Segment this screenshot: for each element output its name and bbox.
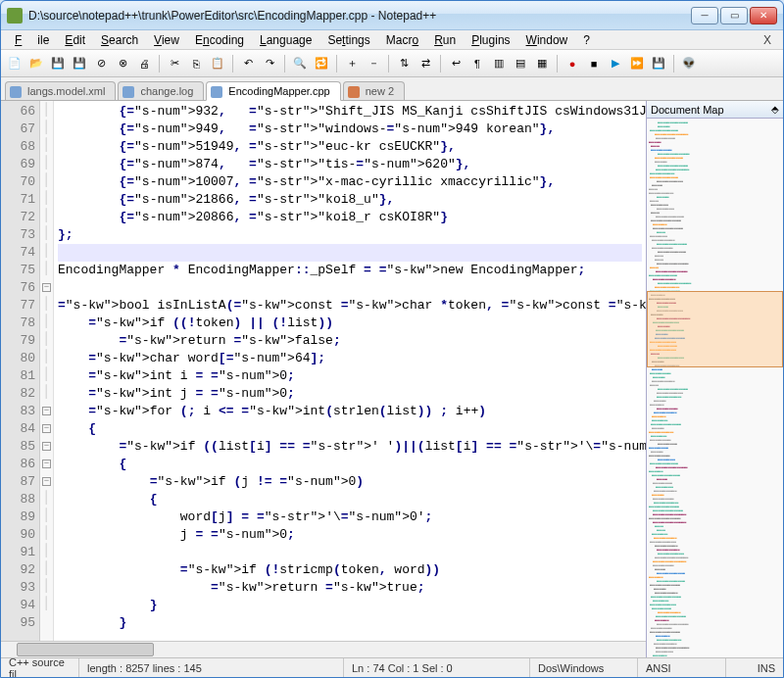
status-encoding: ANSI	[638, 658, 726, 677]
menu-plugins[interactable]: Plugins	[464, 32, 517, 48]
tab-bar: langs.model.xml change.log EncodingMappe…	[1, 77, 783, 101]
close-icon[interactable]: ⊘	[91, 54, 111, 73]
copy-icon[interactable]: ⎘	[186, 54, 206, 73]
zoom-in-icon[interactable]: ＋	[342, 54, 362, 73]
save-all-icon[interactable]: 💾	[70, 54, 89, 73]
menu-search[interactable]: Search	[93, 32, 146, 48]
toolbar: 📄 📂 💾 💾 ⊘ ⊗ 🖨 ✂ ⎘ 📋 ↶ ↷ 🔍 🔁 ＋ － ⇅ ⇄ ↩ ¶ …	[1, 50, 783, 77]
menu-run[interactable]: Run	[426, 32, 464, 48]
tab-changelog[interactable]: change.log	[118, 81, 204, 100]
sync-h-icon[interactable]: ⇄	[416, 54, 435, 73]
alien-icon[interactable]: 👽	[679, 54, 699, 73]
save-icon[interactable]: 💾	[48, 54, 68, 73]
window-title: D:\source\notepad++\trunk\PowerEditor\sr…	[28, 9, 691, 23]
indent-guide-icon[interactable]: ▥	[489, 54, 509, 73]
menu-settings[interactable]: Settings	[319, 32, 377, 48]
undo-icon[interactable]: ↶	[238, 54, 258, 73]
document-map-body[interactable]: ▬▬▬▬▬▬▬▬▬▬▬▬▬▬▬▬▬▬▬▬▬▬▬▬▬▬▬▬▬▬▬▬▬▬▬▬▬▬▬▬…	[647, 119, 783, 657]
separator	[440, 55, 441, 73]
close-button[interactable]: ✕	[750, 7, 777, 24]
separator	[159, 55, 160, 73]
code-area[interactable]: {="s-num">932, ="s-str">"Shift_JIS MS_Ka…	[54, 101, 646, 641]
play-icon[interactable]: ▶	[606, 54, 625, 73]
docmap-icon[interactable]: ▦	[532, 54, 552, 73]
separator	[388, 55, 389, 73]
replace-icon[interactable]: 🔁	[312, 54, 331, 73]
line-gutter: 6667686970717273747576777879808182838485…	[1, 101, 40, 641]
find-icon[interactable]: 🔍	[290, 54, 310, 73]
menu-macro[interactable]: Macro	[378, 32, 426, 48]
status-language: C++ source fil	[1, 658, 79, 677]
fold-margin[interactable]: ││││││││││−││││││−−−−−│││││││	[40, 101, 54, 641]
menu-window[interactable]: Window	[518, 32, 576, 48]
minimize-button[interactable]: ─	[691, 7, 718, 24]
document-map-viewport[interactable]	[647, 291, 783, 367]
menu-close-doc[interactable]: X	[758, 33, 777, 47]
menu-edit[interactable]: Edit	[57, 32, 93, 48]
menu-language[interactable]: Language	[252, 32, 319, 48]
status-mode: INS	[750, 658, 783, 677]
separator	[336, 55, 337, 73]
scrollbar-thumb[interactable]	[17, 643, 154, 656]
close-all-icon[interactable]: ⊗	[113, 54, 132, 73]
status-position: Ln : 74 Col : 1 Sel : 0	[344, 658, 530, 677]
wrap-icon[interactable]: ↩	[446, 54, 466, 73]
zoom-out-icon[interactable]: －	[364, 54, 383, 73]
menu-file[interactable]: File	[7, 32, 57, 48]
editor-pane: 6667686970717273747576777879808182838485…	[1, 101, 646, 657]
record-icon[interactable]: ●	[563, 54, 582, 73]
separator	[284, 55, 285, 73]
workspace: 6667686970717273747576777879808182838485…	[1, 101, 783, 657]
document-map-title: Document Map ⬘	[647, 101, 783, 119]
tab-langs-model[interactable]: langs.model.xml	[5, 81, 116, 100]
status-bar: C++ source fil length : 8257 lines : 145…	[1, 657, 783, 677]
menu-encoding[interactable]: Encoding	[187, 32, 252, 48]
window-buttons: ─ ▭ ✕	[691, 7, 777, 24]
code-editor[interactable]: 6667686970717273747576777879808182838485…	[1, 101, 646, 641]
save-macro-icon[interactable]: 💾	[649, 54, 668, 73]
all-chars-icon[interactable]: ¶	[467, 54, 487, 73]
app-icon	[7, 8, 23, 24]
menu-help[interactable]: ?	[575, 32, 598, 48]
document-map-panel: Document Map ⬘ ▬▬▬▬▬▬▬▬▬▬▬▬▬▬▬▬▬▬▬▬▬▬▬▬▬…	[646, 101, 783, 657]
maximize-button[interactable]: ▭	[720, 7, 748, 24]
status-eol: Dos\Windows	[530, 658, 638, 677]
separator	[673, 55, 674, 73]
sync-v-icon[interactable]: ⇅	[394, 54, 414, 73]
separator	[557, 55, 558, 73]
document-map-label: Document Map	[651, 104, 724, 116]
tab-new2[interactable]: new 2	[343, 81, 405, 100]
menu-view[interactable]: View	[146, 32, 187, 48]
stop-icon[interactable]: ■	[584, 54, 604, 73]
separator	[232, 55, 233, 73]
paste-icon[interactable]: 📋	[208, 54, 227, 73]
new-file-icon[interactable]: 📄	[5, 54, 24, 73]
title-bar: D:\source\notepad++\trunk\PowerEditor\sr…	[1, 1, 783, 30]
redo-icon[interactable]: ↷	[260, 54, 279, 73]
open-file-icon[interactable]: 📂	[26, 54, 46, 73]
pin-icon[interactable]: ⬘	[771, 104, 779, 115]
play-multi-icon[interactable]: ⏩	[627, 54, 647, 73]
menu-bar: File Edit Search View Encoding Language …	[1, 30, 783, 50]
cut-icon[interactable]: ✂	[165, 54, 184, 73]
status-length: length : 8257 lines : 145	[79, 658, 344, 677]
tab-encodingmapper[interactable]: EncodingMapper.cpp	[206, 81, 340, 101]
horizontal-scrollbar[interactable]	[1, 641, 646, 657]
print-icon[interactable]: 🖨	[134, 54, 154, 73]
lang-icon[interactable]: ▤	[511, 54, 530, 73]
